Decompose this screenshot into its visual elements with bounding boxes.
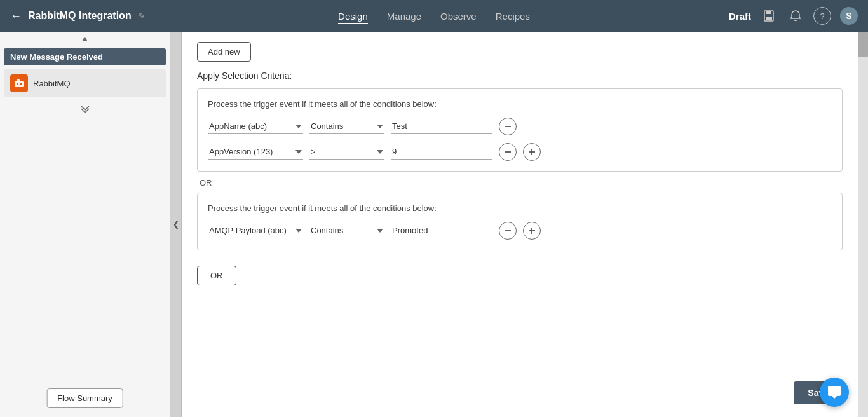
value-input-3[interactable] <box>391 223 492 238</box>
add-condition-1-button[interactable] <box>523 143 541 161</box>
svg-rect-2 <box>766 17 772 20</box>
svg-rect-4 <box>17 79 20 82</box>
field-select-3[interactable]: AppName (abc) AppVersion (123) AMQP Payl… <box>208 223 303 238</box>
rabbitmq-icon <box>10 74 28 92</box>
chat-button[interactable] <box>820 378 849 407</box>
collapse-handle[interactable]: ❮ <box>170 32 182 417</box>
bell-icon[interactable] <box>787 7 804 25</box>
or-button[interactable]: OR <box>197 266 236 285</box>
scrollbar-track <box>858 32 868 417</box>
condition-row-2: AppName (abc) AppVersion (123) AMQP Payl… <box>208 143 832 161</box>
apply-label: Apply Selection Criteria: <box>197 71 843 81</box>
trigger-label: New Message Received <box>4 48 166 65</box>
operator-select-1[interactable]: Contains Does not contain = != > < <box>309 119 384 134</box>
add-condition-2-button[interactable] <box>523 222 541 240</box>
main-nav: Design Manage Observe Recipes <box>293 8 576 24</box>
add-new-button[interactable]: Add new <box>197 42 251 62</box>
condition-block-1: Process the trigger event if it meets al… <box>197 88 843 172</box>
svg-rect-3 <box>15 81 24 87</box>
nav-observe[interactable]: Observe <box>440 8 477 24</box>
collapse-arrows[interactable] <box>0 99 170 119</box>
condition-block-1-label: Process the trigger event if it meets al… <box>208 99 832 109</box>
sidebar-item-name: RabbitMQ <box>33 79 71 88</box>
nav-design[interactable]: Design <box>338 8 368 24</box>
field-select-2[interactable]: AppName (abc) AppVersion (123) AMQP Payl… <box>208 144 303 160</box>
app-title: RabbitMQ Integration <box>28 10 132 22</box>
scrollbar-thumb[interactable] <box>858 32 868 57</box>
back-button[interactable]: ← <box>10 10 22 23</box>
save-icon[interactable] <box>760 7 778 25</box>
value-input-2[interactable] <box>391 144 492 160</box>
remove-condition-3-button[interactable] <box>499 222 517 240</box>
svg-rect-1 <box>766 11 771 14</box>
condition-block-2: Process the trigger event if it meets al… <box>197 193 843 250</box>
condition-block-2-label: Process the trigger event if it meets al… <box>208 203 832 213</box>
condition-row-1: AppName (abc) AppVersion (123) AMQP Payl… <box>208 118 832 135</box>
draft-label: Draft <box>729 11 751 22</box>
header: ← RabbitMQ Integration ✎ Design Manage O… <box>0 0 868 32</box>
edit-icon[interactable]: ✎ <box>138 11 146 21</box>
help-icon[interactable]: ? <box>813 7 831 25</box>
remove-condition-2-button[interactable] <box>499 143 517 161</box>
value-input-1[interactable] <box>391 119 492 134</box>
nav-recipes[interactable]: Recipes <box>496 8 530 24</box>
field-select-1[interactable]: AppName (abc) AppVersion (123) AMQP Payl… <box>208 119 303 134</box>
operator-select-2[interactable]: Contains Does not contain = != > < <box>309 144 384 160</box>
operator-select-3[interactable]: Contains Does not contain = != > < <box>309 223 384 238</box>
sidebar-item-rabbitmq[interactable]: RabbitMQ <box>4 69 166 97</box>
header-left: ← RabbitMQ Integration ✎ <box>10 10 293 23</box>
main-layout: ▲ New Message Received RabbitMQ Flow Sum… <box>0 32 868 417</box>
avatar[interactable]: S <box>840 7 858 25</box>
header-right: Draft ? S <box>575 7 858 25</box>
condition-row-3: AppName (abc) AppVersion (123) AMQP Payl… <box>208 222 832 240</box>
content-area: Add new Apply Selection Criteria: Proces… <box>182 32 858 417</box>
right-scrollbar[interactable] <box>858 32 868 417</box>
collapse-icon: ❮ <box>173 220 179 229</box>
svg-rect-5 <box>17 83 18 85</box>
remove-condition-1-button[interactable] <box>499 118 517 135</box>
sidebar: ▲ New Message Received RabbitMQ Flow Sum… <box>0 32 170 417</box>
or-separator: OR <box>197 178 843 188</box>
sidebar-scroll-up[interactable]: ▲ <box>0 32 170 44</box>
svg-rect-6 <box>20 83 22 85</box>
flow-summary-button[interactable]: Flow Summary <box>46 388 123 408</box>
nav-manage[interactable]: Manage <box>387 8 421 24</box>
